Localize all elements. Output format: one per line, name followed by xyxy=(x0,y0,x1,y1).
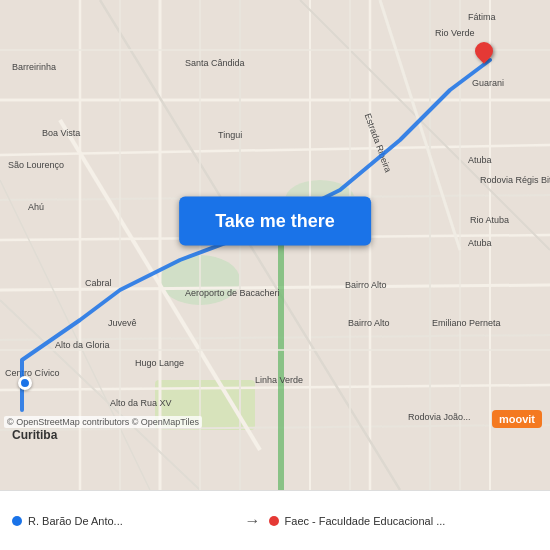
bottom-bar: R. Barão De Anto... → Faec - Faculdade E… xyxy=(0,490,550,550)
take-me-there-button[interactable]: Take me there xyxy=(179,196,371,245)
to-location: Faec - Faculdade Educacional ... xyxy=(269,515,538,527)
from-text: R. Barão De Anto... xyxy=(28,515,123,527)
origin-dot xyxy=(18,376,32,390)
from-dot xyxy=(12,516,22,526)
to-dot xyxy=(269,516,279,526)
map-container: Fátima Rio Verde Barreirinha Santa Cândi… xyxy=(0,0,550,490)
to-text: Faec - Faculdade Educacional ... xyxy=(285,515,446,527)
route-arrow: → xyxy=(245,512,261,530)
moovit-logo: moovit xyxy=(492,410,542,428)
from-location: R. Barão De Anto... xyxy=(12,515,237,527)
destination-pin xyxy=(475,42,493,60)
map-attribution: © OpenStreetMap contributors © OpenMapTi… xyxy=(4,416,202,428)
pin-marker xyxy=(471,38,496,63)
